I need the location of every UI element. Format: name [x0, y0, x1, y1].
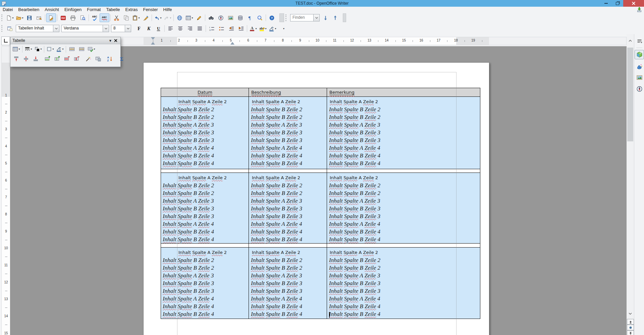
tab-stop-type-button[interactable] [1, 37, 10, 45]
dropdown-arrow-icon[interactable]: ▾ [62, 48, 63, 51]
insert-table-button[interactable]: ▾ [184, 13, 194, 22]
table-cell[interactable]: Inhalt Spalte A Zeile 2Inhalt Spalte B Z… [162, 173, 248, 243]
increase-indent-button[interactable] [236, 24, 246, 33]
page-preview-button[interactable] [78, 13, 88, 22]
new-button[interactable]: ▾ [5, 13, 15, 22]
align-right-button[interactable] [185, 24, 195, 33]
find-dropdown-button[interactable] [313, 14, 319, 21]
copy-button[interactable] [121, 13, 131, 22]
email-button[interactable] [34, 13, 44, 22]
cell-background-button[interactable]: ▾ [55, 45, 65, 54]
indent-marker[interactable] [151, 42, 155, 45]
toolbar-more-options-button[interactable]: ▾ [279, 24, 288, 33]
update-available-button[interactable] [637, 7, 642, 12]
minimize-button[interactable] [600, 0, 612, 7]
dropdown-arrow-icon[interactable]: ▾ [52, 48, 54, 51]
table-header-cell[interactable]: Beschreibung [249, 88, 327, 96]
decrease-indent-button[interactable] [226, 24, 236, 33]
export-pdf-button[interactable] [58, 13, 68, 22]
close-button[interactable] [623, 0, 644, 7]
help-button[interactable] [267, 13, 277, 22]
restore-button[interactable] [612, 0, 623, 7]
find-replace-button[interactable] [206, 13, 216, 22]
table-cell[interactable]: Inhalt Spalte A Zeile 2Inhalt Spalte B Z… [250, 248, 326, 319]
dropdown-arrow-icon[interactable]: ▾ [160, 16, 161, 19]
table-cell[interactable]: Inhalt Spalte A Zeile 2Inhalt Spalte B Z… [328, 97, 480, 169]
toolbar-drag-grip[interactable] [1, 25, 3, 32]
table-cell[interactable]: Inhalt Spalte A Zeile 2Inhalt Spalte B Z… [162, 248, 248, 319]
paragraph-style-select[interactable]: Tabellen Inhalt [16, 25, 59, 32]
menu-fenster[interactable]: Fenster [140, 7, 160, 13]
table-properties-button[interactable] [93, 54, 103, 63]
align-center-button[interactable] [175, 24, 185, 33]
line-style-button[interactable]: ▾ [23, 45, 33, 54]
previous-page-button[interactable] [627, 319, 634, 325]
find-previous-button[interactable] [330, 13, 340, 22]
dropdown-arrow-icon[interactable]: ▾ [170, 16, 171, 19]
dropdown-arrow-icon[interactable]: ▾ [275, 27, 276, 30]
dropdown-arrow-icon[interactable]: ▾ [18, 48, 20, 51]
bold-button[interactable] [134, 24, 144, 33]
spellcheck-button[interactable] [90, 13, 100, 22]
insert-table-button[interactable]: ▾ [11, 45, 21, 54]
auto-spellcheck-button[interactable] [100, 13, 109, 22]
data-sources-button[interactable] [235, 13, 245, 22]
borders-button[interactable]: ▾ [45, 45, 55, 54]
dropdown-arrow-icon[interactable]: ▾ [31, 48, 32, 51]
navigator-button[interactable] [216, 13, 226, 22]
scroll-up-button[interactable] [627, 37, 634, 45]
merge-cells-button[interactable] [67, 45, 77, 54]
underline-button[interactable] [154, 24, 163, 33]
edit-file-button[interactable] [46, 13, 56, 22]
menu-datei[interactable]: Datei [0, 7, 15, 13]
cut-button[interactable] [112, 13, 121, 22]
scroll-down-button[interactable] [627, 310, 634, 318]
dropdown-arrow-icon[interactable]: ▾ [192, 16, 193, 19]
menu-hilfe[interactable]: Hilfe [161, 7, 175, 13]
table-cell[interactable]: Inhalt Spalte A Zeile 2Inhalt Spalte B Z… [328, 173, 480, 243]
menu-tabelle[interactable]: Tabelle [103, 7, 122, 13]
menu-einfgen[interactable]: Einfügen [62, 7, 84, 13]
dropdown-arrow-icon[interactable]: ▾ [138, 16, 140, 19]
styles-window-button[interactable] [5, 24, 15, 33]
split-cells-button[interactable] [77, 45, 87, 54]
align-top-button[interactable] [11, 54, 21, 63]
menu-bearbeiten[interactable]: Bearbeiten [15, 7, 42, 13]
sidebar-properties-button[interactable] [635, 50, 644, 59]
dropdown-arrow-icon[interactable]: ▾ [40, 48, 42, 51]
sidebar-navigator-button[interactable] [635, 84, 644, 93]
table-cell[interactable]: Inhalt Spalte A Zeile 2Inhalt Spalte B Z… [162, 97, 248, 169]
save-button[interactable] [24, 13, 34, 22]
font-name-dropdown[interactable] [103, 25, 109, 32]
vertical-scrollbar[interactable] [627, 34, 634, 335]
table-panel-close-button[interactable] [113, 38, 118, 43]
redo-button[interactable]: ▾ [163, 13, 172, 22]
sidebar-styles-formatting-button[interactable] [635, 61, 644, 71]
optimize-button[interactable]: ▾ [87, 45, 96, 54]
insert-row-button[interactable] [43, 54, 52, 63]
table-panel-menu-button[interactable]: ▼ [108, 38, 113, 43]
table-cell[interactable]: Inhalt Spalte A Zeile 2Inhalt Spalte B Z… [328, 248, 480, 319]
line-color-button[interactable]: ▾ [33, 45, 43, 54]
sort-button[interactable] [105, 54, 115, 63]
table-header-cell[interactable]: Datum [161, 88, 249, 96]
sidebar-gallery-button[interactable] [635, 73, 644, 82]
autoformat-button[interactable] [84, 54, 93, 63]
italic-button[interactable] [144, 24, 154, 33]
vertical-ruler[interactable]: 123456789101112131415 [1, 46, 11, 335]
background-color-button[interactable]: ▾ [268, 24, 277, 33]
dropdown-arrow-icon[interactable]: ▾ [12, 16, 13, 19]
zoom-button[interactable] [255, 13, 265, 22]
paragraph-style-dropdown[interactable] [53, 25, 59, 32]
font-name-select[interactable]: Verdana [61, 25, 109, 32]
toolbar-overflow-grip[interactable] [279, 13, 284, 22]
highlighting-button[interactable]: ▾ [258, 24, 268, 33]
sidebar-sidebar-menu-button[interactable] [635, 36, 644, 46]
dropdown-arrow-icon[interactable]: ▾ [265, 27, 266, 30]
indent-marker[interactable] [151, 37, 155, 40]
indent-marker[interactable] [230, 42, 234, 45]
formatting-marks-button[interactable] [245, 13, 255, 22]
insert-column-button[interactable] [52, 54, 62, 63]
gallery-button[interactable] [226, 13, 235, 22]
font-size-select[interactable]: 8 [111, 25, 131, 32]
